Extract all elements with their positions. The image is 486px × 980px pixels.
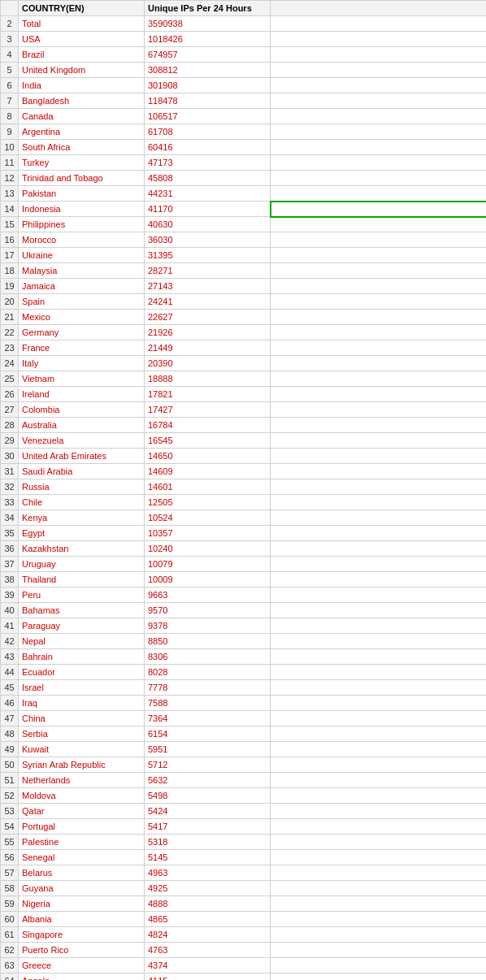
extra-cell [271,279,487,294]
row-number: 9 [1,124,19,140]
unique-ips: 118478 [145,93,271,109]
country-name: Greece [19,958,145,973]
unique-ips: 10009 [145,572,271,588]
table-row: 37Uruguay10079 [1,557,487,572]
row-num-header [1,1,19,16]
extra-cell [271,325,487,340]
table-row: 54Portugal5417 [1,819,487,835]
row-number: 37 [1,557,19,572]
row-number: 28 [1,418,19,433]
table-row: 44Ecuador8028 [1,665,487,680]
extra-cell [271,881,487,896]
unique-ips: 308812 [145,63,271,78]
unique-ips: 5951 [145,742,271,757]
country-name: Total [19,16,145,32]
extra-cell [271,711,487,726]
country-name: Kuwait [19,742,145,757]
extra-cell [271,186,487,202]
row-number: 26 [1,387,19,402]
extra-cell [271,248,487,263]
row-number: 23 [1,340,19,356]
extra-cell [271,479,487,495]
unique-ips: 4374 [145,958,271,973]
extra-cell [271,557,487,572]
country-name: Malaysia [19,263,145,279]
unique-ips: 10079 [145,557,271,572]
unique-ips: 10357 [145,526,271,541]
extra-cell [271,294,487,310]
extra-cell [271,696,487,711]
row-number: 31 [1,464,19,479]
country-name: Bangladesh [19,93,145,109]
unique-ips: 301908 [145,78,271,93]
row-number: 17 [1,248,19,263]
table-row: 21Mexico22627 [1,310,487,325]
extra-cell [271,912,487,927]
table-row: 4Brazil674957 [1,47,487,63]
extra-cell [271,541,487,557]
row-number: 43 [1,649,19,665]
unique-ips: 31395 [145,248,271,263]
unique-ips: 22627 [145,310,271,325]
country-name: Jamaica [19,279,145,294]
table-row: 34Kenya10524 [1,510,487,526]
row-number: 57 [1,865,19,881]
table-row: 43Bahrain8306 [1,649,487,665]
table-row: 59Nigeria4888 [1,896,487,912]
country-name: Trinidad and Tobago [19,171,145,186]
country-name: Israel [19,680,145,696]
row-number: 12 [1,171,19,186]
extra-cell [271,943,487,958]
table-row: 33Chile12505 [1,495,487,510]
row-number: 62 [1,943,19,958]
table-row: 42Nepal8850 [1,634,487,649]
table-row: 28Australia16784 [1,418,487,433]
country-name: Singapore [19,927,145,943]
extra-cell [271,526,487,541]
row-number: 36 [1,541,19,557]
table-row: 25Vietnam18888 [1,371,487,387]
table-row: 56Senegal5145 [1,850,487,865]
country-name: Italy [19,356,145,371]
extra-cell [271,835,487,850]
unique-ips: 4963 [145,865,271,881]
row-number: 61 [1,927,19,943]
country-name: Paraguay [19,618,145,634]
country-name: Peru [19,588,145,603]
country-name: Uruguay [19,557,145,572]
table-row: 13Pakistan44231 [1,186,487,202]
unique-ips: 21449 [145,340,271,356]
ips-header: Unique IPs Per 24 Hours [145,1,271,16]
unique-ips: 9378 [145,618,271,634]
extra-cell [271,263,487,279]
unique-ips: 7364 [145,711,271,726]
row-number: 50 [1,757,19,773]
country-name: South Africa [19,140,145,155]
country-name: Bahamas [19,603,145,618]
unique-ips: 5498 [145,788,271,804]
row-number: 63 [1,958,19,973]
row-number: 2 [1,16,19,32]
extra-cell [271,202,487,217]
country-name: Pakistan [19,186,145,202]
country-name: Colombia [19,402,145,418]
row-number: 27 [1,402,19,418]
unique-ips: 4925 [145,881,271,896]
table-row: 2Total3590938 [1,16,487,32]
extra-cell [271,171,487,186]
extra-cell [271,124,487,140]
unique-ips: 14650 [145,449,271,464]
table-row: 7Bangladesh118478 [1,93,487,109]
row-number: 60 [1,912,19,927]
extra-cell [271,140,487,155]
country-name: Kenya [19,510,145,526]
extra-cell [271,927,487,943]
table-row: 32Russia14601 [1,479,487,495]
table-row: 51Netherlands5632 [1,773,487,788]
extra-cell [271,757,487,773]
unique-ips: 47173 [145,155,271,171]
row-number: 54 [1,819,19,835]
country-name: Guyana [19,881,145,896]
table-row: 61Singapore4824 [1,927,487,943]
country-name: Indonesia [19,202,145,217]
